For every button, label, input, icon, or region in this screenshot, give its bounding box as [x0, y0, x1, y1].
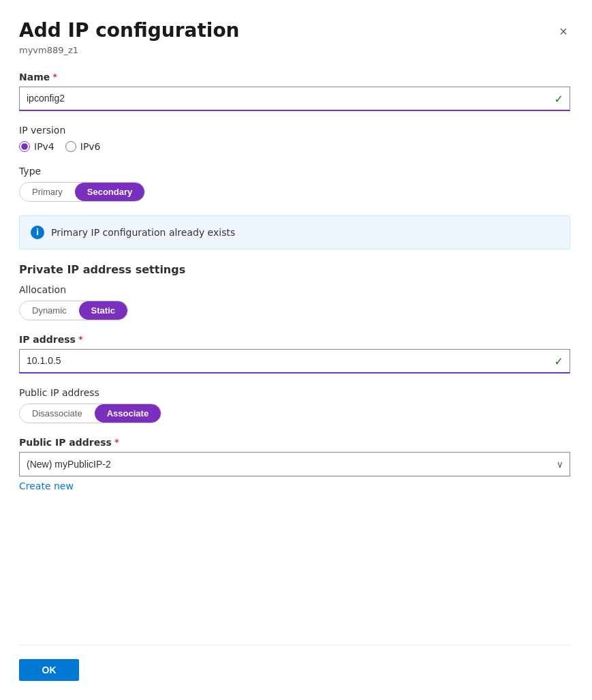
ipv4-label: IPv4	[34, 141, 54, 152]
ip-address-input[interactable]	[19, 349, 570, 374]
ip-version-label: IP version	[19, 125, 570, 136]
form-body: Name * ✓ IP version IPv4 IPv6	[19, 72, 570, 645]
info-icon: i	[31, 226, 44, 239]
ipv4-radio-item[interactable]: IPv4	[19, 141, 54, 152]
type-toggle-group: Primary Secondary	[19, 182, 145, 202]
name-label: Name *	[19, 72, 570, 82]
name-required-star: *	[52, 72, 57, 82]
private-ip-section-heading: Private IP address settings	[19, 263, 570, 276]
header-text: Add IP configuration myvm889_z1	[19, 19, 240, 55]
allocation-toggle-group: Dynamic Static	[19, 301, 128, 320]
create-new-link[interactable]: Create new	[19, 481, 74, 491]
ipv6-radio-item[interactable]: IPv6	[65, 141, 101, 152]
name-input[interactable]	[19, 87, 570, 111]
name-input-wrapper: ✓	[19, 87, 570, 111]
info-banner: i Primary IP configuration already exist…	[19, 215, 570, 249]
panel-subtitle: myvm889_z1	[19, 45, 240, 55]
public-ip-dropdown[interactable]: (New) myPublicIP-2	[19, 452, 570, 476]
allocation-field-group: Allocation Dynamic Static	[19, 284, 570, 320]
panel-footer: OK	[19, 645, 570, 700]
type-label: Type	[19, 166, 570, 177]
ip-address-input-wrapper: ✓	[19, 349, 570, 374]
disassociate-btn[interactable]: Disassociate	[20, 404, 95, 423]
ipv4-radio[interactable]	[19, 141, 30, 152]
ip-address-check-icon: ✓	[555, 354, 563, 367]
ipv6-label: IPv6	[80, 141, 101, 152]
allocation-static-btn[interactable]: Static	[79, 301, 127, 320]
panel-title: Add IP configuration	[19, 19, 240, 42]
add-ip-configuration-panel: Add IP configuration myvm889_z1 × Name *…	[0, 0, 592, 700]
allocation-label: Allocation	[19, 284, 570, 295]
allocation-dynamic-btn[interactable]: Dynamic	[20, 301, 79, 320]
ip-version-field-group: IP version IPv4 IPv6	[19, 125, 570, 152]
panel-header: Add IP configuration myvm889_z1 ×	[19, 19, 570, 55]
public-ip-required-star: *	[114, 437, 119, 447]
public-ip-dropdown-wrapper: (New) myPublicIP-2 ∨	[19, 452, 570, 476]
info-banner-text: Primary IP configuration already exists	[51, 227, 235, 238]
ip-address-label: IP address *	[19, 334, 570, 345]
ip-version-radio-group: IPv4 IPv6	[19, 141, 570, 152]
public-ip-section-group: Public IP address Disassociate Associate	[19, 387, 570, 423]
public-ip-label: Public IP address *	[19, 437, 570, 448]
type-primary-btn[interactable]: Primary	[20, 183, 75, 201]
associate-toggle-group: Disassociate Associate	[19, 404, 161, 423]
type-field-group: Type Primary Secondary	[19, 166, 570, 202]
ip-address-field-group: IP address * ✓	[19, 334, 570, 374]
public-ip-section-label: Public IP address	[19, 387, 570, 398]
associate-btn[interactable]: Associate	[95, 404, 161, 423]
ip-address-required-star: *	[78, 334, 83, 344]
ok-button[interactable]: OK	[19, 659, 79, 681]
ipv6-radio[interactable]	[65, 141, 76, 152]
close-button[interactable]: ×	[557, 22, 570, 41]
name-check-icon: ✓	[555, 92, 563, 105]
name-field-group: Name * ✓	[19, 72, 570, 111]
public-ip-field-group: Public IP address * (New) myPublicIP-2 ∨…	[19, 437, 570, 491]
type-secondary-btn[interactable]: Secondary	[75, 183, 144, 201]
